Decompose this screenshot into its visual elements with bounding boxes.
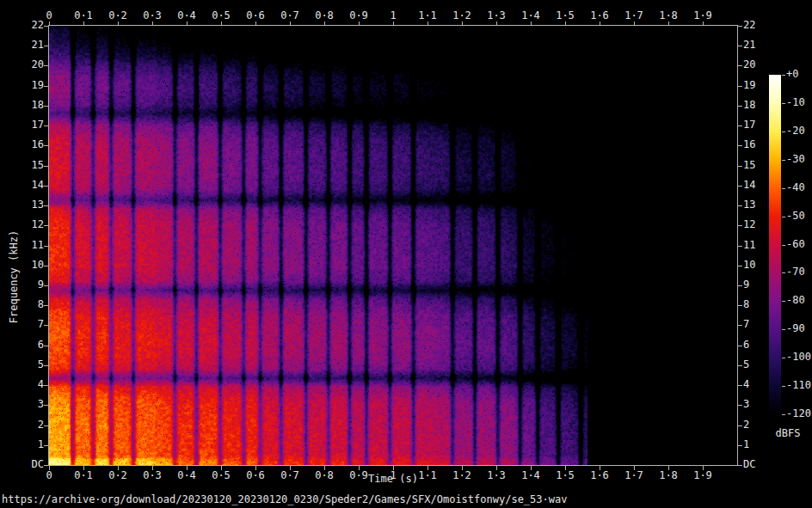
spectrogram-heatmap <box>49 26 737 465</box>
x-tick-label-top: 0·6 <box>238 9 273 22</box>
x-tick-label-top: 1·1 <box>410 9 445 22</box>
y-tick-right <box>738 266 742 266</box>
y-tick-right <box>738 346 742 346</box>
x-tick-label-bottom: 1·3 <box>479 469 514 482</box>
y-tick-left <box>44 205 48 206</box>
y-tick-label-left: 11 <box>11 239 44 252</box>
y-tick-right <box>738 186 742 187</box>
y-tick-label-right: 18 <box>743 99 755 112</box>
colorbar-tick <box>782 329 785 330</box>
y-tick-right <box>738 86 742 87</box>
y-tick-label-left: 4 <box>11 378 44 391</box>
x-tick-label-top: 0·2 <box>101 9 135 22</box>
y-tick-label-left: 10 <box>11 259 44 272</box>
x-tick-label-bottom: 0·9 <box>341 469 376 482</box>
colorbar-tick <box>782 132 785 132</box>
y-tick-right <box>738 465 742 466</box>
x-tick-label-top: 1·5 <box>548 9 582 22</box>
y-tick-label-right: 19 <box>743 79 755 92</box>
x-tick-label-top: 1·2 <box>445 9 479 22</box>
y-tick-label-right: 16 <box>743 138 755 151</box>
y-tick-label-left: 17 <box>11 119 44 132</box>
y-tick-right <box>738 305 742 306</box>
colorbar-tick <box>782 75 785 76</box>
x-tick-label-top: 0·5 <box>204 9 238 22</box>
x-tick-label-bottom: 1·8 <box>651 469 686 482</box>
y-tick-right <box>738 26 742 27</box>
x-tick-label-bottom: 0·3 <box>135 469 169 482</box>
y-tick-right <box>738 46 742 46</box>
y-tick-label-left: 7 <box>11 318 44 331</box>
y-tick-left <box>44 86 48 87</box>
colorbar-tick <box>782 301 785 302</box>
y-tick-label-right: 20 <box>743 58 755 71</box>
x-tick-label-top: 1·9 <box>686 9 720 22</box>
y-tick-right <box>738 65 742 66</box>
x-tick-label-bottom: 0·7 <box>273 469 307 482</box>
y-tick-right <box>738 325 742 326</box>
colorbar-tick-label: -10 <box>786 96 805 109</box>
y-tick-right <box>738 145 742 146</box>
y-tick-label-right: 17 <box>743 119 755 132</box>
x-tick-label-top: 0·7 <box>273 9 307 22</box>
colorbar-tick <box>782 358 785 358</box>
y-tick-left <box>44 186 48 187</box>
y-tick-label-right: 5 <box>743 358 749 371</box>
y-tick-label-left: 20 <box>11 58 44 71</box>
y-tick-right <box>738 425 742 426</box>
colorbar-tick <box>782 103 785 104</box>
x-tick-label-top: 0·1 <box>66 9 101 22</box>
y-tick-label-left: 6 <box>11 339 44 352</box>
y-tick-label-left: DC <box>11 458 44 471</box>
y-tick-label-left: 9 <box>11 278 44 291</box>
y-tick-label-right: 7 <box>743 318 749 331</box>
y-tick-left <box>44 46 48 46</box>
y-tick-right <box>738 125 742 126</box>
y-tick-label-right: 11 <box>743 239 755 252</box>
y-tick-right <box>738 246 742 247</box>
y-tick-left <box>44 225 48 226</box>
y-tick-left <box>44 445 48 446</box>
x-tick-label-bottom: 1·5 <box>548 469 582 482</box>
y-tick-label-left: 18 <box>11 99 44 112</box>
y-tick-left <box>44 285 48 286</box>
y-tick-label-right: 6 <box>743 339 749 352</box>
x-tick-label-top: 1·6 <box>582 9 617 22</box>
colorbar-gradient <box>769 75 781 414</box>
colorbar-tick-label: -110 <box>786 379 811 392</box>
y-tick-label-right: 12 <box>743 218 755 231</box>
y-tick-label-right: 13 <box>743 199 755 211</box>
colorbar-tick <box>782 188 785 189</box>
y-tick-left <box>44 166 48 167</box>
y-tick-label-right: 8 <box>743 298 749 311</box>
y-tick-right <box>738 205 742 206</box>
y-tick-left <box>44 365 48 366</box>
y-tick-left <box>44 145 48 146</box>
y-tick-right <box>738 405 742 406</box>
y-tick-left <box>44 106 48 107</box>
y-tick-label-left: 16 <box>11 138 44 151</box>
y-tick-label-left: 1 <box>11 438 44 451</box>
x-tick-label-bottom: 1·1 <box>410 469 445 482</box>
y-tick-label-left: 12 <box>11 218 44 231</box>
y-tick-label-right: 1 <box>743 438 749 451</box>
colorbar-tick-label: -40 <box>786 181 805 194</box>
y-tick-label-left: 15 <box>11 159 44 172</box>
x-tick-label-top: 0·3 <box>135 9 169 22</box>
y-tick-left <box>44 26 48 27</box>
x-tick-label-top: 0·4 <box>169 9 204 22</box>
colorbar-unit-label: dBFS <box>771 427 805 439</box>
x-tick-label-top: 1·4 <box>514 9 548 22</box>
x-tick-label-bottom: 1·6 <box>582 469 617 482</box>
y-tick-label-right: 2 <box>743 419 749 431</box>
y-tick-left <box>44 385 48 386</box>
y-tick-left <box>44 325 48 326</box>
colorbar-tick-label: -70 <box>786 266 805 278</box>
y-tick-left <box>44 346 48 346</box>
x-tick-label-bottom: 0·6 <box>238 469 273 482</box>
y-tick-label-right: 4 <box>743 378 749 391</box>
colorbar-tick <box>782 217 785 217</box>
x-tick-label-top: 1·8 <box>651 9 686 22</box>
y-tick-right <box>738 285 742 286</box>
colorbar-tick-label: -80 <box>786 294 805 307</box>
